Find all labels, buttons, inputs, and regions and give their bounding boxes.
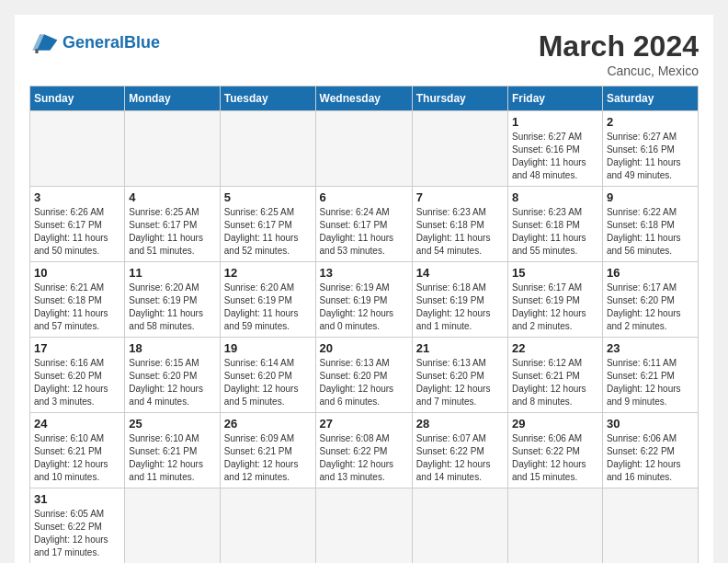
weekday-row: SundayMondayTuesdayWednesdayThursdayFrid… [30, 86, 699, 111]
day-number: 11 [129, 266, 215, 280]
day-info: Sunrise: 6:13 AM Sunset: 6:20 PM Dayligh… [320, 357, 408, 408]
calendar-header: SundayMondayTuesdayWednesdayThursdayFrid… [30, 86, 699, 111]
calendar-cell: 12Sunrise: 6:20 AM Sunset: 6:19 PM Dayli… [220, 262, 315, 338]
day-number: 16 [607, 266, 694, 280]
day-number: 8 [512, 190, 598, 204]
day-number: 19 [224, 341, 312, 355]
day-number: 24 [34, 417, 120, 431]
calendar-week-3: 17Sunrise: 6:16 AM Sunset: 6:20 PM Dayli… [30, 338, 699, 413]
calendar-cell: 20Sunrise: 6:13 AM Sunset: 6:20 PM Dayli… [315, 338, 412, 413]
day-number: 15 [512, 266, 598, 280]
day-info: Sunrise: 6:17 AM Sunset: 6:20 PM Dayligh… [607, 282, 694, 333]
calendar-cell [315, 488, 412, 564]
title-block: March 2024 Cancuc, Mexico [539, 29, 699, 78]
calendar-cell [412, 488, 507, 564]
day-info: Sunrise: 6:16 AM Sunset: 6:20 PM Dayligh… [34, 357, 120, 408]
calendar-week-5: 31Sunrise: 6:05 AM Sunset: 6:22 PM Dayli… [30, 488, 699, 564]
calendar-cell: 9Sunrise: 6:22 AM Sunset: 6:18 PM Daylig… [602, 187, 698, 262]
calendar-cell: 10Sunrise: 6:21 AM Sunset: 6:18 PM Dayli… [30, 262, 125, 338]
weekday-header-tuesday: Tuesday [220, 86, 315, 111]
day-number: 25 [129, 417, 215, 431]
logo-general: General [63, 33, 124, 52]
day-number: 23 [607, 341, 694, 355]
day-number: 2 [607, 115, 694, 129]
calendar-cell: 18Sunrise: 6:15 AM Sunset: 6:20 PM Dayli… [125, 338, 220, 413]
calendar-cell [315, 111, 412, 187]
calendar-cell [125, 488, 220, 564]
calendar-cell: 28Sunrise: 6:07 AM Sunset: 6:22 PM Dayli… [412, 413, 507, 488]
calendar-body: 1Sunrise: 6:27 AM Sunset: 6:16 PM Daylig… [30, 111, 699, 564]
location: Cancuc, Mexico [539, 63, 699, 78]
day-number: 20 [320, 341, 408, 355]
calendar-cell: 23Sunrise: 6:11 AM Sunset: 6:21 PM Dayli… [602, 338, 698, 413]
calendar-cell: 2Sunrise: 6:27 AM Sunset: 6:16 PM Daylig… [602, 111, 698, 187]
calendar-week-1: 3Sunrise: 6:26 AM Sunset: 6:17 PM Daylig… [30, 187, 699, 262]
day-info: Sunrise: 6:21 AM Sunset: 6:18 PM Dayligh… [34, 282, 120, 333]
day-number: 4 [129, 190, 215, 204]
day-info: Sunrise: 6:27 AM Sunset: 6:16 PM Dayligh… [512, 131, 598, 182]
calendar-cell [220, 111, 315, 187]
calendar-cell [412, 111, 507, 187]
calendar-cell: 4Sunrise: 6:25 AM Sunset: 6:17 PM Daylig… [125, 187, 220, 262]
day-info: Sunrise: 6:17 AM Sunset: 6:19 PM Dayligh… [512, 282, 598, 333]
day-info: Sunrise: 6:10 AM Sunset: 6:21 PM Dayligh… [129, 432, 215, 484]
day-number: 1 [512, 115, 598, 129]
day-info: Sunrise: 6:26 AM Sunset: 6:17 PM Dayligh… [34, 206, 120, 258]
weekday-header-sunday: Sunday [30, 86, 125, 111]
calendar-cell [508, 488, 603, 564]
logo-blue: Blue [124, 33, 160, 52]
calendar-cell [30, 111, 125, 187]
day-number: 5 [224, 190, 312, 204]
calendar-cell: 15Sunrise: 6:17 AM Sunset: 6:19 PM Dayli… [508, 262, 603, 338]
svg-rect-3 [35, 49, 38, 53]
calendar-cell: 6Sunrise: 6:24 AM Sunset: 6:17 PM Daylig… [315, 187, 412, 262]
calendar-cell [220, 488, 315, 564]
calendar-cell: 21Sunrise: 6:13 AM Sunset: 6:20 PM Dayli… [412, 338, 507, 413]
day-info: Sunrise: 6:15 AM Sunset: 6:20 PM Dayligh… [129, 357, 215, 408]
day-info: Sunrise: 6:14 AM Sunset: 6:20 PM Dayligh… [224, 357, 312, 408]
calendar-cell: 29Sunrise: 6:06 AM Sunset: 6:22 PM Dayli… [508, 413, 603, 488]
day-number: 21 [416, 341, 504, 355]
calendar-week-0: 1Sunrise: 6:27 AM Sunset: 6:16 PM Daylig… [30, 111, 699, 187]
calendar-cell: 26Sunrise: 6:09 AM Sunset: 6:21 PM Dayli… [220, 413, 315, 488]
day-number: 3 [34, 190, 120, 204]
day-number: 18 [129, 341, 215, 355]
day-info: Sunrise: 6:22 AM Sunset: 6:18 PM Dayligh… [607, 206, 694, 258]
calendar-cell: 19Sunrise: 6:14 AM Sunset: 6:20 PM Dayli… [220, 338, 315, 413]
calendar-cell [125, 111, 220, 187]
day-number: 17 [34, 341, 120, 355]
day-info: Sunrise: 6:08 AM Sunset: 6:22 PM Dayligh… [320, 432, 408, 484]
calendar-cell: 31Sunrise: 6:05 AM Sunset: 6:22 PM Dayli… [30, 488, 125, 564]
day-number: 30 [607, 417, 694, 431]
calendar-cell: 24Sunrise: 6:10 AM Sunset: 6:21 PM Dayli… [30, 413, 125, 488]
day-number: 10 [34, 266, 120, 280]
calendar-cell: 3Sunrise: 6:26 AM Sunset: 6:17 PM Daylig… [30, 187, 125, 262]
weekday-header-friday: Friday [508, 86, 603, 111]
day-number: 27 [320, 417, 408, 431]
day-info: Sunrise: 6:27 AM Sunset: 6:16 PM Dayligh… [607, 131, 694, 182]
weekday-header-wednesday: Wednesday [315, 86, 412, 111]
month-title: March 2024 [539, 29, 699, 63]
day-number: 12 [224, 266, 312, 280]
day-info: Sunrise: 6:20 AM Sunset: 6:19 PM Dayligh… [129, 282, 215, 333]
calendar-cell [602, 488, 698, 564]
calendar-cell: 11Sunrise: 6:20 AM Sunset: 6:19 PM Dayli… [125, 262, 220, 338]
calendar-week-2: 10Sunrise: 6:21 AM Sunset: 6:18 PM Dayli… [30, 262, 699, 338]
day-info: Sunrise: 6:24 AM Sunset: 6:17 PM Dayligh… [320, 206, 408, 258]
day-info: Sunrise: 6:25 AM Sunset: 6:17 PM Dayligh… [129, 206, 215, 258]
day-info: Sunrise: 6:23 AM Sunset: 6:18 PM Dayligh… [512, 206, 598, 258]
weekday-header-monday: Monday [125, 86, 220, 111]
day-number: 6 [320, 190, 408, 204]
calendar-cell: 5Sunrise: 6:25 AM Sunset: 6:17 PM Daylig… [220, 187, 315, 262]
day-info: Sunrise: 6:19 AM Sunset: 6:19 PM Dayligh… [320, 282, 408, 333]
general-blue-logo-icon [29, 29, 59, 55]
calendar-cell: 30Sunrise: 6:06 AM Sunset: 6:22 PM Dayli… [602, 413, 698, 488]
weekday-header-thursday: Thursday [412, 86, 507, 111]
day-number: 22 [512, 341, 598, 355]
day-info: Sunrise: 6:13 AM Sunset: 6:20 PM Dayligh… [416, 357, 504, 408]
day-info: Sunrise: 6:18 AM Sunset: 6:19 PM Dayligh… [416, 282, 504, 333]
day-number: 28 [416, 417, 504, 431]
day-info: Sunrise: 6:25 AM Sunset: 6:17 PM Dayligh… [224, 206, 312, 258]
calendar-cell: 22Sunrise: 6:12 AM Sunset: 6:21 PM Dayli… [508, 338, 603, 413]
day-info: Sunrise: 6:05 AM Sunset: 6:22 PM Dayligh… [34, 508, 120, 559]
